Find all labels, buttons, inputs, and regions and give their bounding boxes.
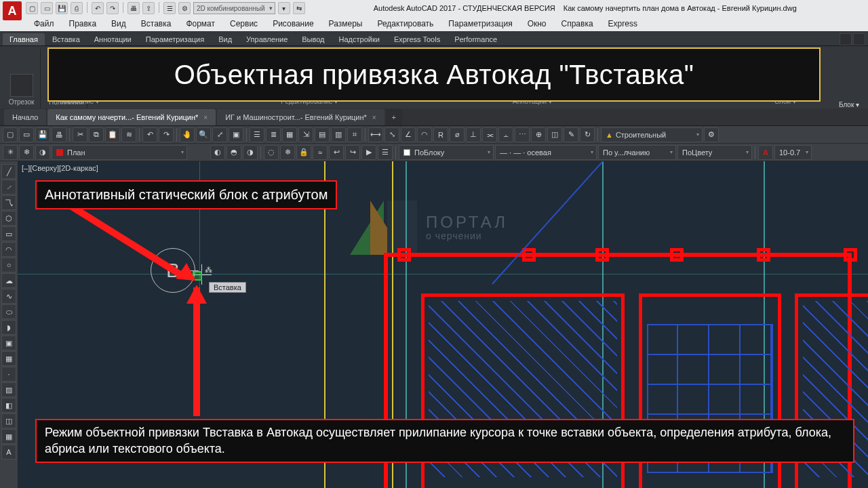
tb-blocks-icon[interactable]: ▦ <box>282 127 297 142</box>
line-icon[interactable] <box>10 74 33 97</box>
layeroff-icon[interactable]: ◌ <box>264 145 279 160</box>
dim-aligned-icon[interactable]: ⤡ <box>384 127 399 142</box>
layernext-icon[interactable]: ↪ <box>345 145 360 160</box>
iso-left-icon[interactable]: ◐ <box>210 145 225 160</box>
tab-annotate[interactable]: Аннотации <box>87 33 138 45</box>
menu-dims[interactable]: Размеры <box>322 18 370 30</box>
rect-tool-icon[interactable]: ▭ <box>1 226 16 241</box>
tab-performance[interactable]: Performance <box>448 33 504 45</box>
qat-plot-icon[interactable]: 🖶 <box>127 2 140 14</box>
block-tool-icon[interactable]: ▦ <box>1 351 16 366</box>
tb-copy-icon[interactable]: ⧉ <box>89 127 104 142</box>
qat-props-icon[interactable]: ☰ <box>163 2 176 14</box>
layer-freeze-icon[interactable]: ❄ <box>19 145 34 160</box>
region-tool-icon[interactable]: ◫ <box>1 413 16 428</box>
menu-window[interactable]: Окно <box>521 18 553 30</box>
dim-base-icon[interactable]: ⫠ <box>498 127 513 142</box>
tb-props-icon[interactable]: ☰ <box>250 127 264 142</box>
layermgr-icon[interactable]: ☰ <box>378 145 393 160</box>
line-tool-icon[interactable]: ╱ <box>1 164 16 179</box>
menu-view[interactable]: Вид <box>104 18 133 30</box>
menu-express[interactable]: Express <box>601 18 644 30</box>
tb-dc-icon[interactable]: ▤ <box>315 127 330 142</box>
layer-state-icon[interactable]: ✳ <box>3 145 18 160</box>
menu-file[interactable]: Файл <box>27 18 61 30</box>
tab-insert[interactable]: Вставка <box>45 33 87 45</box>
tb-new-icon[interactable]: ▢ <box>3 127 18 142</box>
menu-draw[interactable]: Рисование <box>266 18 320 30</box>
tb-pan-icon[interactable]: 🤚 <box>180 127 195 142</box>
circle-tool-icon[interactable]: ○ <box>1 258 16 272</box>
layerprev-icon[interactable]: ↩ <box>329 145 344 160</box>
hatch-tool-icon[interactable]: ▨ <box>1 382 16 397</box>
table-tool-icon[interactable]: ▦ <box>1 429 16 444</box>
tb-plot-icon[interactable]: 🖶 <box>52 127 66 142</box>
qat-more-icon[interactable]: ▾ <box>278 2 290 14</box>
ribbon-min-icon[interactable] <box>840 33 852 45</box>
qat-undo-icon[interactable]: ↶ <box>92 2 104 14</box>
tb-paste-icon[interactable]: 📋 <box>105 127 120 142</box>
tab-manage[interactable]: Управление <box>239 33 294 45</box>
qat-redo-icon[interactable]: ↷ <box>106 2 119 14</box>
dim-chain-icon[interactable]: ⫘ <box>482 127 497 142</box>
color-bylayer-selector[interactable]: ПоБлоку <box>399 145 494 160</box>
menu-edit[interactable]: Правка <box>62 18 104 30</box>
ribbon-help-icon[interactable] <box>853 33 865 45</box>
layermatch-icon[interactable]: ≈ <box>313 145 328 160</box>
layerwalk-icon[interactable]: ▶ <box>361 145 376 160</box>
tb-layers-icon[interactable]: ≣ <box>266 127 281 142</box>
tab-parametric[interactable]: Параметризация <box>139 33 211 45</box>
layer-selector[interactable]: План <box>52 145 187 160</box>
tb-tp-icon[interactable]: ▥ <box>331 127 346 142</box>
arc-tool-icon[interactable]: ◠ <box>1 242 16 257</box>
layer-iso-icon[interactable]: ◑ <box>35 145 50 160</box>
qat-pub-icon[interactable]: ⇪ <box>142 2 155 14</box>
layerfrz-icon[interactable]: ❄ <box>280 145 295 160</box>
close-icon[interactable]: × <box>372 114 376 121</box>
tb-save-icon[interactable]: 💾 <box>35 127 50 142</box>
iso-right-icon[interactable]: ◑ <box>243 145 258 160</box>
doctab-add[interactable]: + <box>386 109 402 125</box>
gradient-tool-icon[interactable]: ◧ <box>1 398 16 413</box>
doctab-start[interactable]: Начало <box>4 109 46 125</box>
dim-linear-icon[interactable]: ⟷ <box>368 127 383 142</box>
tb-match-icon[interactable]: ≋ <box>121 127 136 142</box>
textstyle-icon[interactable]: A <box>758 145 773 160</box>
dim-upd-icon[interactable]: ↻ <box>580 127 595 142</box>
dim-edit-icon[interactable]: ✎ <box>564 127 578 142</box>
mtext-tool-icon[interactable]: A <box>1 445 16 460</box>
dim-cont-icon[interactable]: ⋯ <box>515 127 530 142</box>
layerlock-icon[interactable]: 🔒 <box>296 145 311 160</box>
workspace-selector[interactable]: 2D комбинированный <box>193 2 275 14</box>
tb-calc-icon[interactable]: ⌗ <box>347 127 362 142</box>
doctab-other[interactable]: ИГ и Машиностроит...- Евгений Курицин*× <box>217 109 384 125</box>
tab-view[interactable]: Вид <box>212 33 239 45</box>
insert-tool-icon[interactable]: ▣ <box>1 336 16 350</box>
tb-redo-icon[interactable]: ↷ <box>159 127 174 142</box>
dim-diameter-icon[interactable]: ⌀ <box>450 127 465 142</box>
dim-cen-icon[interactable]: ⊕ <box>531 127 546 142</box>
menu-tools[interactable]: Сервис <box>223 18 264 30</box>
dim-arc-icon[interactable]: ◠ <box>417 127 432 142</box>
menu-modify[interactable]: Редактировать <box>370 18 440 30</box>
plotcolor-selector[interactable]: ПоЦвету <box>677 145 752 160</box>
menu-format[interactable]: Формат <box>179 18 222 30</box>
menu-param[interactable]: Параметризация <box>441 18 519 30</box>
qat-gear-icon[interactable]: ⚙ <box>178 2 191 14</box>
app-logo[interactable]: A <box>3 1 22 20</box>
ellipsearc-tool-icon[interactable]: ◗ <box>1 320 16 335</box>
tb-cut-icon[interactable]: ✂ <box>73 127 87 142</box>
dim-radius-icon[interactable]: R <box>433 127 448 142</box>
tab-express[interactable]: Express Tools <box>387 33 447 45</box>
dimstyle-manage-icon[interactable]: ⚙ <box>704 127 719 142</box>
linetype-selector[interactable]: — · — · осевая <box>495 145 597 160</box>
revcloud-tool-icon[interactable]: ☁ <box>1 273 16 288</box>
tb-zoomwin-icon[interactable]: ▣ <box>229 127 243 142</box>
point-tool-icon[interactable]: · <box>1 367 16 382</box>
qat-open-icon[interactable]: ▭ <box>41 2 53 14</box>
close-icon[interactable]: × <box>203 114 208 121</box>
menu-insert[interactable]: Вставка <box>134 18 178 30</box>
textsize-selector[interactable]: 10-0.7 <box>774 145 812 160</box>
tab-addins[interactable]: Надстройки <box>332 33 387 45</box>
pline-tool-icon[interactable]: ⺄ <box>1 195 16 210</box>
